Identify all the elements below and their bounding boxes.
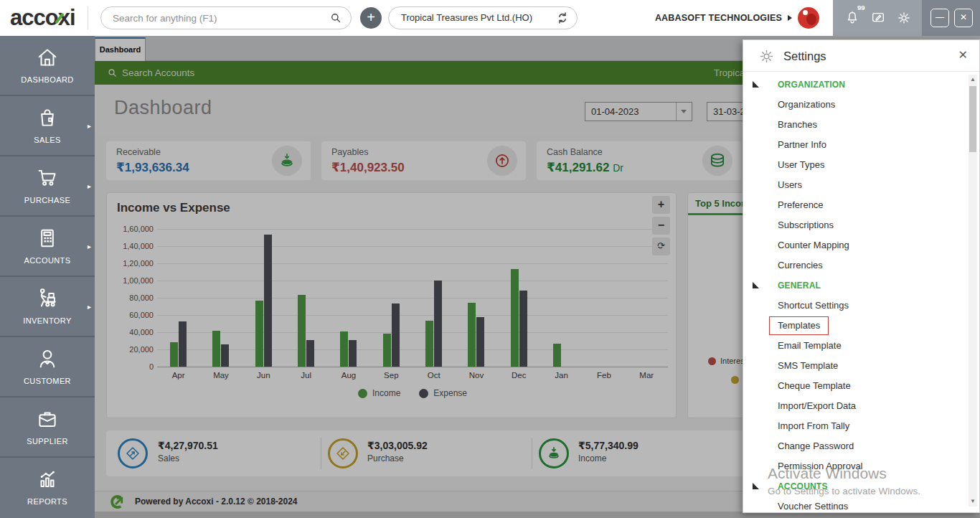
- cart-icon: [35, 180, 60, 192]
- minimize-button[interactable]: —: [930, 9, 949, 27]
- shopping-bag-icon: [35, 120, 60, 132]
- messages-icon[interactable]: [870, 10, 886, 29]
- person-icon: [35, 361, 60, 373]
- add-new-button[interactable]: +: [360, 7, 382, 29]
- settings-item-templates[interactable]: Templates: [743, 316, 968, 336]
- settings-gear-icon[interactable]: [896, 10, 912, 29]
- settings-item-branches[interactable]: Branches: [743, 115, 968, 135]
- sidebar-label: DASHBOARD: [0, 75, 95, 84]
- sidebar-item-accounts[interactable]: ACCOUNTS ▸: [0, 217, 95, 277]
- sidebar-item-reports[interactable]: REPORTS: [0, 458, 95, 518]
- topbar: accoxi + Tropical Treasures Pvt Ltd.(HO)…: [0, 0, 980, 36]
- sidebar-item-dashboard[interactable]: DASHBOARD: [0, 36, 95, 96]
- settings-list: ORGANIZATIONOrganizationsBranchesPartner…: [743, 75, 968, 509]
- sidebar-label: REPORTS: [0, 497, 95, 506]
- close-button[interactable]: ✕: [954, 9, 973, 27]
- settings-item-counter-mapping[interactable]: Counter Mapping: [743, 235, 968, 255]
- company-selector[interactable]: Tropical Treasures Pvt Ltd.(HO): [388, 6, 578, 29]
- settings-item-users[interactable]: Users: [743, 175, 968, 195]
- global-search[interactable]: [100, 6, 352, 29]
- scrollbar-thumb[interactable]: [969, 86, 976, 152]
- settings-item-import-export-data[interactable]: Import/Export Data: [743, 396, 968, 416]
- accoxi-logo: accoxi: [10, 0, 75, 36]
- submenu-arrow-icon: ▸: [88, 122, 91, 130]
- settings-item-organizations[interactable]: Organizations: [743, 95, 968, 115]
- settings-gear-icon: [758, 47, 776, 68]
- sidebar-label: INVENTORY: [0, 316, 95, 325]
- sidebar-label: PURCHASE: [0, 196, 95, 204]
- settings-item-import-from-tally[interactable]: Import From Tally: [743, 416, 968, 436]
- settings-item-cheque-template[interactable]: Cheque Template: [743, 376, 968, 396]
- settings-close-icon[interactable]: ✕: [958, 48, 968, 62]
- bar-chart-icon: [35, 481, 60, 494]
- activate-windows-watermark: Activate Windows: [768, 465, 887, 482]
- company-selector-value: Tropical Treasures Pvt Ltd.(HO): [401, 7, 532, 29]
- sidebar-item-supplier[interactable]: SUPPLIER: [0, 397, 95, 458]
- calculator-icon: [35, 240, 60, 253]
- notifications-bell-icon[interactable]: [844, 10, 860, 29]
- submenu-arrow-icon: ▸: [88, 182, 91, 190]
- expanded-triangle-icon: [753, 282, 759, 288]
- settings-item-user-types[interactable]: User Types: [743, 155, 968, 175]
- submenu-arrow-icon: ▸: [88, 242, 91, 250]
- sidebar-label: ACCOUNTS: [0, 256, 95, 265]
- expanded-triangle-icon: [753, 81, 759, 88]
- global-search-input[interactable]: [113, 8, 321, 28]
- sidebar-label: SUPPLIER: [0, 437, 95, 446]
- submenu-arrow-icon: ▸: [88, 303, 91, 311]
- handtruck-icon: [35, 301, 60, 313]
- settings-item-sms-template[interactable]: SMS Template: [743, 356, 968, 376]
- briefcase-icon: [35, 421, 60, 433]
- topbar-icon-block: 99: [833, 0, 922, 36]
- settings-panel: Settings ✕ ORGANIZATIONOrganizationsBran…: [743, 39, 980, 513]
- window-controls: — ✕: [922, 0, 980, 36]
- sidebar-item-sales[interactable]: SALES ▸: [0, 96, 95, 156]
- settings-section-general[interactable]: GENERAL: [743, 276, 968, 296]
- sidebar-item-inventory[interactable]: INVENTORY ▸: [0, 277, 95, 337]
- scroll-up-icon[interactable]: ▲: [969, 75, 977, 85]
- org-name[interactable]: AABASOFT TECHNOLOGIES: [655, 0, 782, 36]
- settings-title: Settings: [783, 40, 826, 72]
- switch-company-icon[interactable]: [555, 11, 570, 28]
- settings-item-preference[interactable]: Preference: [743, 195, 968, 215]
- settings-item-partner-info[interactable]: Partner Info: [743, 135, 968, 155]
- settings-item-voucher-settings[interactable]: Voucher Settings: [743, 496, 968, 509]
- settings-scrollbar[interactable]: ▲ ▼: [969, 75, 977, 507]
- settings-item-email-template[interactable]: Email Template: [743, 336, 968, 356]
- expanded-triangle-icon: [753, 483, 759, 489]
- sidebar-label: SALES: [0, 136, 95, 144]
- settings-item-shortcut-settings[interactable]: Shortcut Settings: [743, 296, 968, 316]
- settings-item-subscriptions[interactable]: Subscriptions: [743, 215, 968, 235]
- search-icon: [329, 11, 342, 27]
- scroll-down-icon[interactable]: ▼: [969, 496, 977, 507]
- activate-windows-watermark-sub: Go to Settings to activate Windows.: [768, 486, 920, 496]
- settings-section-organization[interactable]: ORGANIZATION: [743, 75, 968, 95]
- settings-panel-header: Settings ✕: [743, 40, 979, 72]
- divider: [88, 6, 88, 29]
- org-caret-icon: [788, 15, 792, 21]
- notification-badge: 99: [857, 4, 865, 11]
- sidebar-item-purchase[interactable]: PURCHASE ▸: [0, 156, 95, 217]
- sidebar-label: CUSTOMER: [0, 377, 95, 385]
- home-icon: [35, 60, 60, 72]
- avatar[interactable]: [798, 7, 819, 29]
- settings-item-currencies[interactable]: Currencies: [743, 255, 968, 276]
- accoxi-app-window: accoxi + Tropical Treasures Pvt Ltd.(HO)…: [0, 0, 980, 518]
- sidebar: DASHBOARD SALES ▸ PURCHASE ▸ ACCOUNTS ▸ …: [0, 36, 95, 518]
- settings-item-change-password[interactable]: Change Password: [743, 436, 968, 456]
- sidebar-item-customer[interactable]: CUSTOMER: [0, 337, 95, 397]
